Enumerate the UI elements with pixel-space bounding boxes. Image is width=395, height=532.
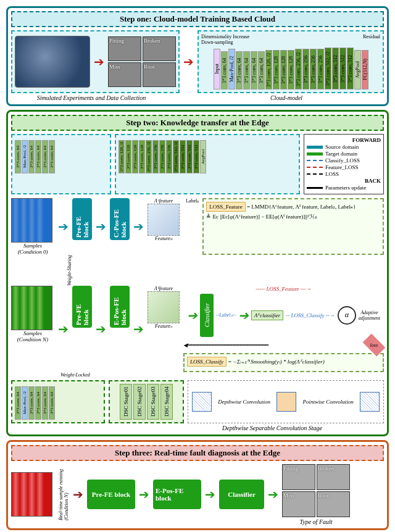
fault-outcome-label: Type of Fault <box>282 518 350 525</box>
layer: 3*3 conv, 256 <box>159 140 165 173</box>
lambda-e: Λᴱfeature <box>154 286 173 291</box>
cube-icon <box>192 392 212 412</box>
layer: 3*3 conv, 128, /2 <box>118 140 125 173</box>
legend-loss: LOSS <box>325 171 339 177</box>
defect-miss: Miss <box>108 62 141 87</box>
note-residual: Residual <box>363 34 380 45</box>
arrow-icon: ➔ <box>205 487 215 502</box>
arrow-icon: ➔ <box>58 322 69 336</box>
layer: 3*3 conv, 256 <box>302 49 309 89</box>
legend-params: Parameters update <box>325 185 366 191</box>
step1-panel: Step one: Cloud-model Training Based Clo… <box>6 6 389 106</box>
layer: 3*3 conv, 512, /2 <box>173 140 179 173</box>
alpha: α <box>345 310 349 320</box>
dsc-stage: DSC Stage01 <box>120 384 132 420</box>
layer: 3*3 conv, 64 <box>221 51 228 89</box>
cube-icon <box>276 392 296 412</box>
feature0-maps <box>148 204 180 236</box>
cposfe-detail: 3*3 conv, 128, /2 3*3 conv, 128 3*3 conv… <box>115 134 300 194</box>
fault-broken: Broken <box>317 464 350 490</box>
step2-panel: Step two: Knowledge transfer at the Edge… <box>6 110 389 436</box>
layer: Max-Pool, /2 <box>22 140 28 173</box>
step1-right-box: Dimensionality Increase Down-sampling Re… <box>198 30 384 93</box>
alpha-node: α <box>338 306 356 325</box>
layer: 3*3 conv, 64 <box>49 386 55 420</box>
step2-title: Step two: Knowledge transfer at the Edge <box>11 115 384 131</box>
step3-panel: Step three: Real-time fault diagnosis at… <box>6 440 389 530</box>
legend-source: Source domain <box>325 144 359 150</box>
loss-text: loss <box>370 342 378 347</box>
arrow-icon: ➔ <box>133 322 144 336</box>
arrow-icon: ➔ <box>133 219 144 234</box>
layer: AvgPool <box>200 140 206 173</box>
formula-classify: LOSS_Classify = −Σᵢ₌₁ᴺ Smoothing(yᵢ) * l… <box>183 353 384 372</box>
loss-feature-label: LOSS_Feature <box>266 286 299 292</box>
layer: 3*3 conv, 256 <box>152 140 159 173</box>
layer: 3*3 conv, 512 <box>332 48 339 89</box>
arrow-icon: ➔ <box>183 54 194 69</box>
layer: 3*3 conv, 64 <box>243 51 250 89</box>
signal-cond0-label: Samples (Condition 0) <box>11 243 54 255</box>
defect-broken: Broken <box>143 36 176 61</box>
layer: 3*3 conv, 64 <box>28 386 35 420</box>
dsc-stage: DSC Stage04 <box>160 384 173 420</box>
signal-condN <box>11 286 52 330</box>
dsc-stages-box: DSC Stage01 DSC Stage02 DSC Stage03 DSC … <box>109 380 184 423</box>
cube-icon <box>360 392 380 412</box>
layer: 3*3 conv, 128 <box>288 50 294 89</box>
step1-left-label: Simulated Experiments and Data Collectio… <box>11 94 172 101</box>
layer: Input <box>214 49 220 89</box>
step1-right-label: Cloud-model <box>189 94 384 101</box>
layer: 3*3 conv, 64 <box>28 140 35 173</box>
layer: 3*3 conv, 512 <box>193 140 199 173</box>
fault-miss: Miss <box>282 491 315 517</box>
signal-realtime-label: Real-time sample running (Condition N) <box>58 469 69 520</box>
layer: 3*3 conv, 64 <box>35 140 41 173</box>
layer: 3*3 conv, 256 <box>166 140 172 173</box>
step3-ePosFE: E-Pos-FE block <box>153 480 201 509</box>
layer: 3*3 conv, 128 <box>280 50 287 89</box>
adaptive: Adaptive adjustment <box>359 310 380 321</box>
layer: Max-Pool, /2 <box>22 386 28 420</box>
arrow-icon: ➔ <box>73 487 83 502</box>
layer: 3*3 conv, 128 <box>273 50 280 89</box>
step3-title: Step three: Real-time fault diagnosis at… <box>11 445 384 461</box>
edge-pre-detail: 3*3 conv, 64 Max-Pool, /2 3*3 conv, 64 3… <box>11 380 105 423</box>
layer: Max-Pool, /2 <box>228 49 235 89</box>
legend-floss: Feature_LOSS <box>325 164 359 170</box>
step3-preFE: Pre-FE block <box>87 480 135 509</box>
signal-cond0 <box>11 198 52 243</box>
depthwise-label: Depthwise Convolution <box>218 399 270 405</box>
labelN: Labelₙ <box>219 312 232 318</box>
weight-sharing: Weight-Sharing <box>67 255 72 286</box>
step3-classifier: Classifier <box>219 480 264 509</box>
layer: 3*3 conv, 128 <box>125 140 131 173</box>
layer: 3*3 conv, 64 <box>35 386 41 420</box>
formula-classify-body: = −Σᵢ₌₁ᴺ Smoothing(yᵢ) * log(Λᴱclassifie… <box>228 359 324 365</box>
layer: 3*3 conv, 64 <box>15 386 21 420</box>
prefe-detail: 3*3 conv, 64 Max-Pool, /2 3*3 conv, 64 3… <box>11 134 111 194</box>
ePosFE: E-Pos-FE block <box>110 286 130 328</box>
cloud-layers: Input 3*3 conv, 64 Max-Pool, /2 3*3 conv… <box>201 45 380 89</box>
formula-feature: LOSS_Feature = LMMD{Λᶜfeature, Λᴱfeature… <box>202 198 384 255</box>
layer: 3*3 conv, 256 <box>317 49 324 89</box>
weight-locked: Weight-Locked <box>60 372 384 378</box>
layer: 3*3 conv, 64 <box>42 386 48 420</box>
layer: 3*3 conv, 128 <box>132 140 138 173</box>
dsc-title: Depthwise Separable Convolution Stage <box>11 425 384 431</box>
arrow-icon: ➔ <box>96 219 106 234</box>
cPosFE: C-Pos-FE block <box>110 198 130 240</box>
layer: 3*3 conv, 64 <box>42 140 48 173</box>
preFE-src: Pre-FE block <box>72 198 92 240</box>
signal-condN-label: Samples (Condition N) <box>11 330 54 343</box>
layer: 3*3 conv, 128, /2 <box>265 50 272 89</box>
lambda-c: Λᶜfeature <box>154 198 173 204</box>
layer: 3*3 conv, 64 <box>15 140 21 173</box>
layer: 3*3 conv, 64 <box>236 51 243 89</box>
defect-root: Root <box>143 62 176 87</box>
legend: FORWARD Source domain Target domain Clas… <box>304 134 384 194</box>
fault-root: Root <box>317 491 350 517</box>
dsc-diagram: Depthwise Convolution Pointwise Convolut… <box>188 380 384 423</box>
layer: 3*3 conv, 256 <box>310 49 317 89</box>
classifier-block: Classifier <box>200 294 214 337</box>
